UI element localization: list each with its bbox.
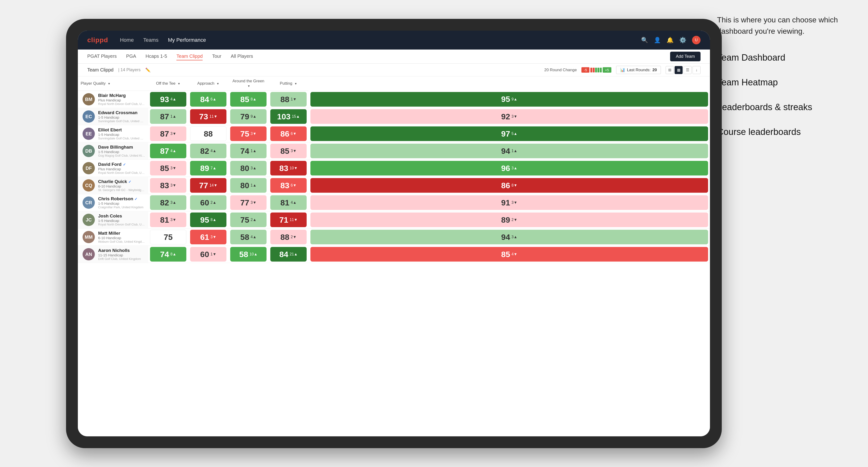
player-cell[interactable]: CR Chris Robertson ✓ 1-5 Handicap Craigm…: [78, 194, 148, 211]
grid-view-button[interactable]: ⊞: [665, 66, 674, 74]
score-change: 4▲: [251, 235, 257, 239]
change-bar: [590, 68, 602, 72]
player-cell[interactable]: EE Elliot Ebert 1-5 Handicap Sunningdale…: [78, 125, 148, 143]
sub-nav-all-players[interactable]: All Players: [231, 53, 253, 60]
sub-nav-team-clippd[interactable]: Team Clippd: [177, 53, 203, 60]
score-change: 3▼: [251, 132, 257, 136]
download-button[interactable]: ↓: [692, 66, 701, 74]
list-view-button[interactable]: ☰: [684, 66, 691, 74]
player-cell[interactable]: AN Aaron Nicholls 11-15 Handicap Drift G…: [78, 246, 148, 263]
last-rounds-label: Last Rounds:: [627, 68, 651, 72]
player-name: Dave Billingham: [98, 145, 145, 150]
score-putting: 96 3▲: [309, 160, 710, 177]
settings-icon[interactable]: ⚙️: [679, 37, 686, 43]
score-change: 9▲: [251, 115, 257, 119]
data-table-container: Player Quality ▼ Off the Tee ▼ Approach …: [78, 76, 710, 436]
col-header-approach: Approach ▼: [188, 76, 228, 91]
sub-nav-pgat[interactable]: PGAT Players: [87, 53, 117, 60]
score-value: 60: [200, 250, 209, 259]
nav-link-teams[interactable]: Teams: [143, 36, 158, 44]
score-box: 85 8▲: [230, 92, 267, 106]
score-change: 8▲: [251, 97, 257, 101]
score-box: 75: [150, 230, 186, 244]
score-around-green: 103 15▲: [269, 108, 309, 125]
player-info: Josh Coles 1-5 Handicap Royal North Devo…: [98, 214, 145, 226]
edit-icon[interactable]: ✏️: [145, 67, 151, 73]
player-cell[interactable]: CQ Charlie Quick ✓ 6-10 Handicap St. Geo…: [78, 177, 148, 194]
score-value: 82: [200, 147, 209, 156]
score-player-quality: 85 3▼: [148, 160, 188, 177]
player-name: Blair McHarg: [98, 93, 145, 98]
score-value: 84: [200, 95, 209, 104]
player-club: St. George's Hill GC - Weybridge · Surre…: [98, 188, 145, 192]
score-change: 6▼: [291, 132, 297, 136]
annotation-item-4: Course leaderboards: [717, 125, 854, 139]
score-value: 91: [501, 198, 510, 207]
score-player-quality: 83 3▼: [148, 177, 188, 194]
player-club: Drift Golf Club, United Kingdom: [98, 257, 145, 261]
score-change: 8▲: [211, 218, 217, 222]
score-value: 95: [501, 95, 510, 104]
player-info: Blair McHarg Plus Handicap Royal North D…: [98, 93, 145, 106]
change-positive: +5: [602, 67, 611, 73]
player-avatar: CR: [83, 196, 95, 209]
player-info: Elliot Ebert 1-5 Handicap Sunningdale Go…: [98, 127, 145, 140]
player-cell[interactable]: JC Josh Coles 1-5 Handicap Royal North D…: [78, 211, 148, 228]
score-approach: 74 1▲: [228, 143, 269, 160]
score-box: 74 1▲: [230, 144, 267, 158]
user-icon[interactable]: 👤: [654, 37, 661, 43]
score-player-quality: 75: [148, 228, 188, 246]
nav-link-my-performance[interactable]: My Performance: [168, 36, 206, 44]
score-box: 94 3▲: [310, 230, 708, 244]
score-value: 86: [280, 129, 289, 138]
nav-link-home[interactable]: Home: [120, 36, 134, 44]
score-value: 87: [160, 147, 169, 156]
bell-icon[interactable]: 🔔: [666, 37, 674, 43]
table-row: AN Aaron Nicholls 11-15 Handicap Drift G…: [78, 246, 710, 263]
score-box: 85 3▼: [150, 161, 186, 176]
player-cell[interactable]: BM Blair McHarg Plus Handicap Royal Nort…: [78, 91, 148, 108]
score-value: 83: [280, 181, 289, 190]
score-box: 73 11▼: [190, 109, 226, 124]
last-rounds-button[interactable]: 📊 Last Rounds: 20: [616, 66, 661, 74]
score-value: 82: [160, 198, 169, 207]
sub-nav-tour[interactable]: Tour: [212, 53, 221, 60]
player-name: Matt Miller: [98, 231, 145, 236]
table-row: DF David Ford ✓ Plus Handicap Royal Nort…: [78, 160, 710, 177]
score-box: 71 11▼: [270, 213, 307, 227]
player-cell[interactable]: DB Dave Billingham 1-5 Handicap Gog Mago…: [78, 143, 148, 160]
player-table: Player Quality ▼ Off the Tee ▼ Approach …: [78, 76, 710, 263]
score-value: 97: [501, 129, 510, 138]
table-row: MM Matt Miller 6-10 Handicap Woburn Golf…: [78, 228, 710, 246]
score-value: 75: [240, 129, 249, 138]
player-name: Josh Coles: [98, 214, 145, 219]
score-value: 60: [200, 198, 209, 207]
score-value: 81: [160, 215, 169, 224]
score-box: 87 4▲: [150, 144, 186, 158]
score-putting: 86 8▼: [309, 177, 710, 194]
score-box: 80 1▲: [230, 178, 267, 193]
score-change: 4▲: [170, 97, 177, 101]
player-cell[interactable]: DF David Ford ✓ Plus Handicap Royal Nort…: [78, 160, 148, 177]
score-change: 6▲: [211, 97, 217, 101]
sub-nav-hcaps[interactable]: Hcaps 1-5: [146, 53, 167, 60]
player-cell[interactable]: MM Matt Miller 6-10 Handicap Woburn Golf…: [78, 228, 148, 246]
score-change: 5▲: [512, 132, 518, 136]
sub-nav-pga[interactable]: PGA: [126, 53, 136, 60]
player-cell[interactable]: EC Edward Crossman 1-5 Handicap Sunningd…: [78, 108, 148, 125]
col-player-quality-label: Player Quality ▼: [81, 81, 111, 86]
add-team-button[interactable]: Add Team: [670, 52, 701, 61]
nav-icons: 🔍 👤 🔔 ⚙️ U: [641, 36, 701, 44]
score-change: 3▼: [170, 183, 177, 187]
score-change: 3▼: [512, 115, 518, 119]
search-icon[interactable]: 🔍: [641, 37, 648, 43]
annotation-item-3: Leaderboards & streaks: [717, 100, 854, 114]
score-off-tee: 84 6▲: [188, 91, 228, 108]
user-avatar[interactable]: U: [692, 36, 701, 44]
table-row: BM Blair McHarg Plus Handicap Royal Nort…: [78, 91, 710, 108]
heatmap-view-button[interactable]: ▦: [675, 66, 683, 74]
score-box: 58 10▲: [230, 247, 267, 261]
player-info: Edward Crossman 1-5 Handicap Sunningdale…: [98, 110, 145, 123]
score-approach: 58 4▲: [228, 228, 269, 246]
score-value: 92: [501, 112, 510, 121]
